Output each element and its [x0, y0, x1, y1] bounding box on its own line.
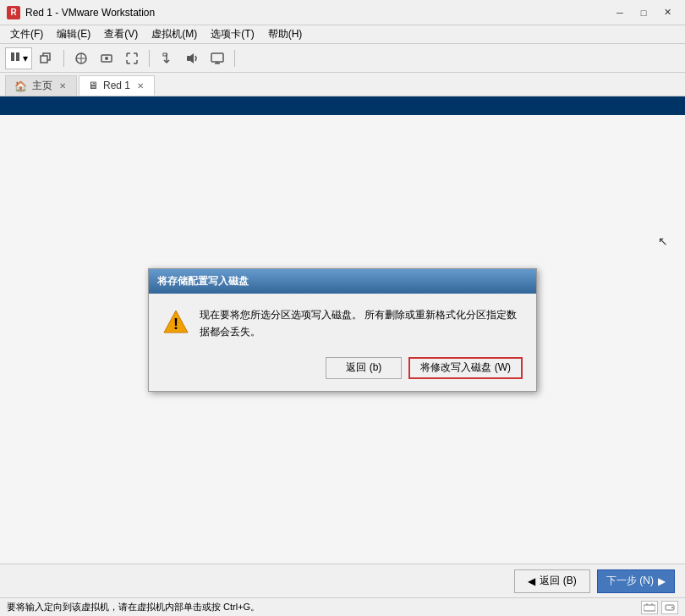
back-arrow-icon: ◀	[528, 575, 535, 587]
dialog-message: 现在要将您所选分区选项写入磁盘。 所有删除或重新格式化分区指定数据都会丢失。	[200, 307, 523, 339]
power-dropdown[interactable]: ▾	[5, 47, 32, 69]
tab-bar: 🏠 主页 ✕ 🖥 Red 1 ✕	[0, 73, 685, 96]
display-button[interactable]	[206, 47, 228, 69]
tab-red1-close[interactable]: ✕	[135, 80, 145, 91]
hdd-status-icon	[665, 602, 675, 613]
svg-rect-9	[187, 56, 190, 61]
vm-icon: 🖥	[88, 80, 98, 91]
svg-rect-0	[11, 52, 14, 61]
network-status-icon	[644, 603, 655, 612]
menu-tabs[interactable]: 选项卡(T)	[204, 25, 260, 43]
toolbar-separator-1	[63, 50, 64, 67]
next-nav-label: 下一步 (N)	[606, 574, 654, 588]
revert-icon	[40, 52, 53, 65]
tab-red1[interactable]: 🖥 Red 1 ✕	[79, 75, 155, 96]
menu-help[interactable]: 帮助(H)	[261, 25, 310, 43]
app-icon-letter: R	[10, 8, 16, 17]
dialog-title: 将存储配置写入磁盘	[157, 274, 249, 289]
back-nav-button[interactable]: ◀ 返回 (B)	[514, 569, 590, 593]
power-icon	[9, 51, 21, 65]
tab-home-label: 主页	[32, 79, 52, 93]
status-icon-1[interactable]	[641, 601, 658, 614]
dialog-buttons: 返回 (b) 将修改写入磁盘 (W)	[149, 350, 536, 391]
menu-edit[interactable]: 编辑(E)	[50, 25, 97, 43]
svg-text:!: !	[173, 316, 178, 333]
toolbar: ▾	[0, 44, 685, 73]
revert-button[interactable]	[36, 47, 58, 69]
next-arrow-icon: ▶	[658, 575, 666, 587]
warning-icon: !	[162, 309, 189, 336]
window-title: Red 1 - VMware Workstation	[25, 7, 609, 19]
toolbar-separator-3	[234, 50, 235, 67]
toolbar-separator-2	[149, 50, 150, 67]
svg-rect-10	[211, 53, 223, 62]
usb-button[interactable]	[156, 47, 178, 69]
network-icon	[74, 52, 88, 65]
window-controls: ─ □ ✕	[609, 4, 678, 21]
usb-icon	[160, 52, 173, 65]
maximize-button[interactable]: □	[633, 4, 655, 21]
svg-point-19	[671, 607, 673, 608]
dialog-back-button[interactable]: 返回 (b)	[326, 357, 402, 379]
dialog-overlay: 将存储配置写入磁盘 ! 现在要将您所选分区选项写入磁盘。 所有删除或重新格式化分…	[0, 96, 685, 564]
display-icon	[211, 52, 224, 65]
fullscreen-button[interactable]	[121, 47, 143, 69]
fullscreen-icon	[125, 52, 139, 65]
tab-home[interactable]: 🏠 主页 ✕	[5, 75, 77, 96]
title-bar: R Red 1 - VMware Workstation ─ □ ✕	[0, 0, 685, 25]
audio-icon	[185, 52, 199, 65]
menu-bar: 文件(F) 编辑(E) 查看(V) 虚拟机(M) 选项卡(T) 帮助(H)	[0, 25, 685, 44]
status-text: 要将输入定向到该虚拟机，请在虚拟机内部单击或按 Ctrl+G。	[7, 601, 634, 613]
status-bar: 要将输入定向到该虚拟机，请在虚拟机内部单击或按 Ctrl+G。	[0, 597, 685, 616]
dialog-titlebar: 将存储配置写入磁盘	[149, 269, 536, 294]
menu-file[interactable]: 文件(F)	[3, 25, 50, 43]
status-icon-2[interactable]	[661, 601, 678, 614]
svg-rect-2	[41, 56, 47, 63]
svg-rect-15	[644, 605, 655, 611]
tab-home-close[interactable]: ✕	[58, 80, 68, 91]
next-nav-button[interactable]: 下一步 (N) ▶	[597, 569, 675, 593]
back-nav-label: 返回 (B)	[540, 574, 576, 588]
svg-point-7	[105, 57, 108, 60]
home-icon: 🏠	[14, 80, 27, 92]
audio-button[interactable]	[181, 47, 203, 69]
status-icons	[641, 601, 678, 614]
snapshot-icon	[100, 52, 113, 65]
snapshot-button[interactable]	[96, 47, 118, 69]
minimize-button[interactable]: ─	[609, 4, 631, 21]
main-content: ↖ 将存储配置写入磁盘 ! 现在要将您所选分区选项写入磁盘。 所有删除或重新格式…	[0, 96, 685, 564]
network-button[interactable]	[70, 47, 92, 69]
dropdown-arrow: ▾	[23, 52, 28, 64]
app-icon: R	[7, 6, 20, 19]
dialog-body: ! 现在要将您所选分区选项写入磁盘。 所有删除或重新格式化分区指定数据都会丢失。	[149, 294, 536, 349]
dialog-confirm-button[interactable]: 将修改写入磁盘 (W)	[408, 357, 523, 379]
bottom-nav-bar: ◀ 返回 (B) 下一步 (N) ▶	[0, 564, 685, 597]
menu-vm[interactable]: 虚拟机(M)	[145, 25, 204, 43]
confirmation-dialog: 将存储配置写入磁盘 ! 现在要将您所选分区选项写入磁盘。 所有删除或重新格式化分…	[148, 268, 537, 391]
menu-view[interactable]: 查看(V)	[97, 25, 145, 43]
svg-rect-1	[16, 52, 19, 61]
close-button[interactable]: ✕	[656, 4, 678, 21]
tab-red1-label: Red 1	[103, 80, 130, 91]
